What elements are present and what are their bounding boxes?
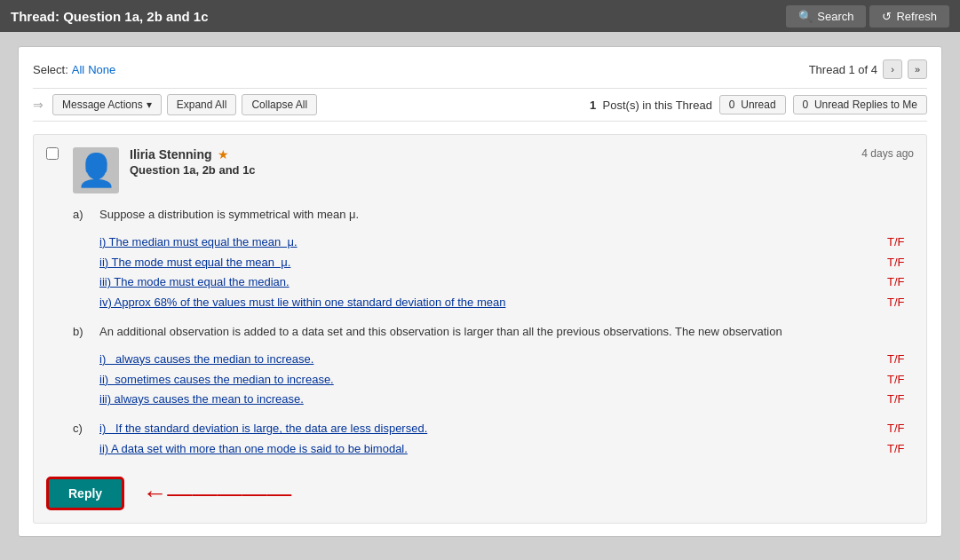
author-name-line: Iliria Stenning ★ (130, 147, 256, 162)
part-a-item-3-text: iii) The mode must equal the median. (73, 273, 869, 292)
post-timestamp: 4 days ago (861, 147, 914, 160)
action-left: ⇒ Message Actions ▾ Expand All Collapse … (33, 94, 317, 115)
refresh-button[interactable]: ↺ Refresh (869, 5, 949, 28)
part-c-item-2-text: ii) A data set with more than one mode i… (99, 440, 869, 459)
author-info: Iliria Stenning ★ Question 1a, 2b and 1c (130, 147, 256, 177)
search-button[interactable]: 🔍 Search (786, 5, 866, 28)
header: Thread: Question 1a, 2b and 1c 🔍 Search … (0, 0, 960, 32)
part-b-item-1: i) always causes the median to increase.… (73, 351, 914, 369)
part-b-item-1-text: i) always causes the median to increase. (73, 351, 869, 369)
page-title: Thread: Question 1a, 2b and 1c (11, 9, 209, 24)
part-a-item-3-tf: T/F (887, 273, 914, 292)
part-c-content: i) If the standard deviation is large, t… (99, 420, 914, 461)
part-a-header: a) Suppose a distribution is symmetrical… (73, 206, 914, 230)
part-a-item-1-tf: T/F (887, 233, 914, 252)
thread-last-button[interactable]: » (908, 59, 927, 79)
action-bar: ⇒ Message Actions ▾ Expand All Collapse … (33, 88, 927, 122)
part-a-item-3: iii) The mode must equal the median. T/F (73, 273, 914, 292)
collapse-all-button[interactable]: Collapse All (242, 94, 317, 115)
message-actions-button[interactable]: Message Actions ▾ (52, 94, 162, 115)
author-name: Iliria Stenning (130, 147, 212, 162)
part-c-item-2-tf: T/F (887, 440, 914, 459)
thread-info-text: Thread 1 of 4 (809, 63, 877, 76)
posts-count-label: 1 Post(s) in this Thread (590, 99, 712, 112)
select-all-link[interactable]: All (72, 63, 84, 76)
part-b-item-3-tf: T/F (887, 390, 914, 409)
top-bar: Select: All None Thread 1 of 4 › » (33, 59, 927, 79)
main-area: Select: All None Thread 1 of 4 › » ⇒ Mes… (0, 32, 960, 551)
post-author-area: 👤 Iliria Stenning ★ Question 1a, 2b and … (73, 147, 256, 193)
part-b-item-2: ii) sometimes causes the median to incre… (73, 371, 914, 390)
part-b-item-2-tf: T/F (887, 371, 914, 390)
thread-nav: Thread 1 of 4 › » (809, 59, 927, 79)
post-wrapper: 👤 Iliria Stenning ★ Question 1a, 2b and … (33, 134, 927, 524)
refresh-icon: ↺ (882, 10, 892, 23)
part-a-intro: Suppose a distribution is symmetrical wi… (99, 206, 359, 225)
part-a-item-1: i) The median must equal the mean μ. T/F (73, 233, 914, 252)
select-label: Select: (33, 63, 68, 76)
unread-badge: 0 Unread (719, 95, 786, 114)
part-a-item-1-text: i) The median must equal the mean μ. (73, 233, 869, 252)
action-right: 1 Post(s) in this Thread 0 Unread 0 Unre… (590, 95, 927, 114)
part-a-item-2-text: ii) The mode must equal the mean μ. (73, 254, 869, 272)
part-a-label: a) (73, 206, 91, 230)
part-c-item-1: i) If the standard deviation is large, t… (99, 420, 914, 438)
header-buttons: 🔍 Search ↺ Refresh (786, 5, 949, 28)
select-area: Select: All None (33, 63, 115, 76)
post-checkbox[interactable] (46, 147, 59, 160)
part-c-label: c) (73, 420, 91, 461)
thread-container: Select: All None Thread 1 of 4 › » ⇒ Mes… (18, 46, 942, 537)
part-a-item-4-tf: T/F (887, 294, 914, 312)
part-b-label: b) (73, 323, 91, 347)
reply-area: Reply ←————— (46, 477, 914, 510)
post-content: a) Suppose a distribution is symmetrical… (73, 206, 914, 461)
part-a: a) Suppose a distribution is symmetrical… (73, 206, 914, 312)
search-icon: 🔍 (798, 10, 813, 23)
part-a-item-2-tf: T/F (887, 254, 914, 272)
part-c-item-1-text: i) If the standard deviation is large, t… (99, 420, 869, 438)
avatar: 👤 (73, 147, 119, 193)
star-icon: ★ (218, 147, 229, 162)
part-a-item-4-text: iv) Approx 68% of the values must lie wi… (73, 294, 869, 312)
reply-button[interactable]: Reply (46, 477, 124, 510)
dropdown-icon: ▾ (147, 99, 152, 111)
part-b-header: b) An additional observation is added to… (73, 323, 914, 347)
expand-all-button[interactable]: Expand All (167, 94, 237, 115)
select-none-link[interactable]: None (88, 63, 115, 76)
part-c: c) i) If the standard deviation is large… (73, 420, 914, 461)
arrow-indicator-icon: ⇒ (33, 98, 44, 112)
part-b-item-3-text: iii) always causes the mean to increase. (73, 390, 869, 409)
part-b-item-2-text: ii) sometimes causes the median to incre… (73, 371, 869, 390)
part-b-item-3: iii) always causes the mean to increase.… (73, 390, 914, 409)
post-header: 👤 Iliria Stenning ★ Question 1a, 2b and … (73, 147, 914, 193)
part-c-header: c) i) If the standard deviation is large… (73, 420, 914, 461)
person-icon: 👤 (76, 154, 116, 186)
thread-next-button[interactable]: › (883, 59, 902, 79)
part-c-item-2: ii) A data set with more than one mode i… (99, 440, 914, 459)
unread-replies-badge: 0 Unread Replies to Me (793, 95, 927, 114)
part-c-item-1-tf: T/F (887, 420, 914, 438)
part-a-item-4: iv) Approx 68% of the values must lie wi… (73, 294, 914, 312)
part-a-item-2: ii) The mode must equal the mean μ. T/F (73, 254, 914, 272)
part-b-item-1-tf: T/F (887, 351, 914, 369)
post-subject: Question 1a, 2b and 1c (130, 163, 256, 177)
part-b: b) An additional observation is added to… (73, 323, 914, 409)
part-b-text: An additional observation is added to a … (99, 323, 782, 342)
reply-arrow-icon: ←————— (142, 479, 291, 508)
